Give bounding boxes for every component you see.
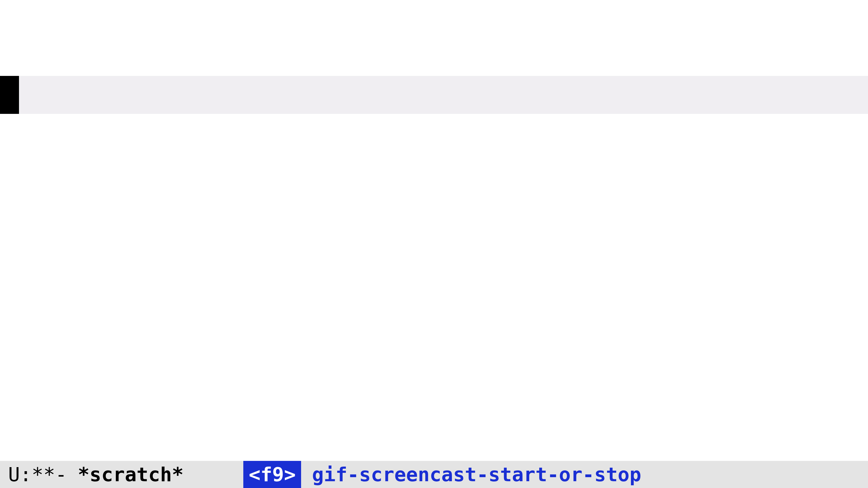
key-binding-badge: <f9> (243, 461, 301, 488)
command-name: gif-screencast-start-or-stop (301, 463, 641, 486)
text-cursor (0, 76, 19, 114)
current-line-highlight (0, 76, 868, 114)
mode-line: U:**- *scratch* <f9> gif-screencast-star… (0, 461, 868, 488)
buffer-status: U:**- (0, 463, 67, 486)
buffer-name[interactable]: *scratch* (67, 463, 184, 486)
editor-area[interactable] (0, 0, 868, 461)
